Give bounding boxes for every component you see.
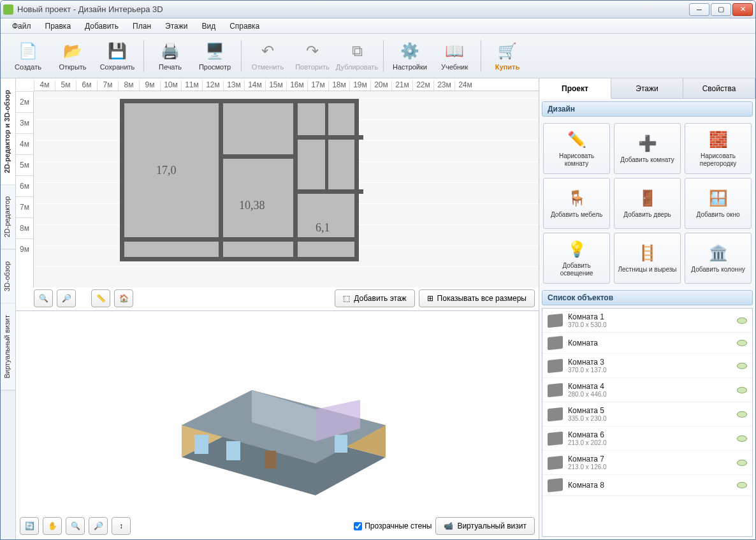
- zoom-out-icon: 🔍: [39, 294, 48, 303]
- column-icon: 🏛️: [708, 243, 729, 263]
- svg-rect-8: [265, 451, 276, 469]
- eye-icon[interactable]: [737, 317, 747, 324]
- floorplan[interactable]: 17,0 10,38 6,1: [120, 99, 359, 261]
- print-button[interactable]: 🖨️Печать: [148, 36, 193, 76]
- ruler-button[interactable]: 📏: [91, 289, 110, 307]
- settings-button[interactable]: ⚙️Настройки: [388, 36, 432, 76]
- add-room-button[interactable]: ➕Добавить комнату: [614, 123, 681, 174]
- cube-icon: [548, 478, 563, 493]
- plan-3d-viewport[interactable]: 🔄 ✋ 🔍 🔎 ↕ Прозрачные стены 📹Виртуальный …: [16, 311, 539, 539]
- zoom-out-3d-button[interactable]: 🔍: [66, 517, 85, 535]
- tab-props[interactable]: Свойства: [683, 78, 755, 98]
- add-furniture-button[interactable]: 🪑Добавить мебель: [543, 178, 610, 229]
- new-file-icon: 📄: [18, 41, 38, 61]
- plan-2d-viewport[interactable]: 4м5м6м7м8м9м10м11м12м13м14м15м16м17м18м1…: [16, 78, 539, 311]
- eye-icon[interactable]: [737, 460, 747, 466]
- object-name: Комната 3: [568, 358, 732, 367]
- tab-2d-3d[interactable]: 2D-редактор и 3D-обзор: [1, 78, 15, 185]
- draw-wall-button[interactable]: 🧱Нарисовать перегородку: [685, 123, 752, 174]
- zoom-in-icon: 🔎: [62, 294, 71, 303]
- add-window-button[interactable]: 🪟Добавить окно: [685, 178, 752, 229]
- redo-button[interactable]: ↷Повторить: [290, 36, 335, 76]
- home-button[interactable]: 🏠: [114, 289, 133, 307]
- eye-icon[interactable]: [737, 363, 747, 369]
- create-button[interactable]: 📄Создать: [6, 36, 50, 76]
- zoom-in-3d-button[interactable]: 🔎: [89, 517, 108, 535]
- preview-button[interactable]: 🖥️Просмотр: [193, 36, 237, 76]
- eye-icon[interactable]: [737, 411, 747, 418]
- tab-virtual[interactable]: Виртуальный визит: [1, 303, 15, 391]
- toolbar-2d: 🔍 🔎 📏 🏠 ⬚Добавить этаж ⊞Показывать все р…: [34, 289, 535, 308]
- minimize-button[interactable]: ─: [689, 3, 709, 16]
- bulb-icon: 💡: [567, 239, 587, 259]
- svg-rect-9: [335, 435, 347, 453]
- folder-open-icon: 📂: [62, 41, 83, 61]
- zoom-in-button[interactable]: 🔎: [57, 289, 76, 307]
- ruler-icon: 📏: [96, 294, 106, 303]
- add-door-button[interactable]: 🚪Добавить дверь: [614, 178, 681, 229]
- save-button[interactable]: 💾Сохранить: [95, 36, 140, 76]
- dims-icon: ⊞: [427, 294, 433, 303]
- gear-icon: ⚙️: [400, 41, 420, 61]
- axis-icon: ↕: [119, 522, 123, 530]
- hand-icon: ✋: [48, 522, 57, 530]
- list-item[interactable]: Комната 7213.0 x 126.0: [542, 451, 752, 475]
- list-item[interactable]: Комната 5335.0 x 230.0: [542, 402, 752, 427]
- menu-file[interactable]: Файл: [6, 20, 38, 33]
- canvas-2d[interactable]: 17,0 10,38 6,1: [34, 91, 539, 288]
- pencil-icon: ✏️: [567, 129, 587, 150]
- window-title: Новый проект - Дизайн Интерьера 3D: [17, 4, 689, 14]
- save-icon: 💾: [107, 41, 127, 61]
- zoom-out-button[interactable]: 🔍: [34, 289, 53, 307]
- eye-icon[interactable]: [737, 482, 747, 488]
- tab-2d[interactable]: 2D-редактор: [1, 185, 15, 249]
- list-item[interactable]: Комната 1370.0 x 530.0: [542, 309, 752, 333]
- duplicate-button[interactable]: ⧉Дублировать: [335, 36, 379, 76]
- buy-button[interactable]: 🛒Купить: [485, 36, 530, 76]
- maximize-button[interactable]: ▢: [711, 3, 731, 16]
- eye-icon[interactable]: [737, 435, 747, 442]
- draw-room-button[interactable]: ✏️Нарисовать комнату: [543, 123, 610, 174]
- orbit-button[interactable]: 🔄: [20, 517, 39, 535]
- virtual-visit-button[interactable]: 📹Виртуальный визит: [435, 517, 535, 535]
- list-item[interactable]: Комната 8: [542, 475, 752, 496]
- list-item[interactable]: Комната 4280.0 x 446.0: [542, 378, 752, 402]
- list-item[interactable]: Комната 6213.0 x 202.0: [542, 427, 752, 451]
- object-name: Комната 6: [568, 430, 732, 439]
- open-button[interactable]: 📂Открыть: [50, 36, 95, 76]
- show-dims-button[interactable]: ⊞Показывать все размеры: [419, 289, 535, 307]
- menu-floors[interactable]: Этажи: [159, 20, 194, 33]
- manual-button[interactable]: 📖Учебник: [432, 36, 477, 76]
- menu-edit[interactable]: Правка: [39, 20, 78, 33]
- redo-icon: ↷: [302, 41, 323, 61]
- add-light-button[interactable]: 💡Добавить освещение: [543, 233, 610, 284]
- axis-button[interactable]: ↕: [112, 517, 131, 535]
- transparent-walls-checkbox[interactable]: Прозрачные стены: [354, 522, 432, 530]
- add-floor-button[interactable]: ⬚Добавить этаж: [335, 289, 414, 307]
- eye-icon[interactable]: [737, 387, 747, 393]
- menu-add[interactable]: Добавить: [78, 20, 125, 33]
- menu-plan[interactable]: План: [126, 20, 157, 33]
- object-dim: 213.0 x 202.0: [568, 439, 732, 446]
- eye-icon[interactable]: [737, 340, 747, 346]
- design-section-header: Дизайн: [542, 101, 753, 117]
- add-column-button[interactable]: 🏛️Добавить колонну: [685, 233, 752, 284]
- tab-project[interactable]: Проект: [539, 78, 611, 99]
- object-name: Комната 8: [568, 481, 732, 490]
- stairs-button[interactable]: 🪜Лестницы и вырезы: [614, 233, 681, 284]
- tab-floors[interactable]: Этажи: [611, 78, 683, 98]
- menu-help[interactable]: Справка: [223, 20, 266, 33]
- object-list[interactable]: Комната 1370.0 x 530.0КомнатаКомната 337…: [542, 308, 753, 537]
- tab-3d[interactable]: 3D-обзор: [1, 250, 15, 303]
- cube-icon: [548, 455, 563, 470]
- close-button[interactable]: ✕: [732, 3, 753, 16]
- objects-section-header: Список объектов: [542, 290, 753, 305]
- right-panel: Проект Этажи Свойства Дизайн ✏️Нарисоват…: [539, 78, 755, 539]
- list-item[interactable]: Комната 3370.0 x 137.0: [542, 354, 752, 378]
- undo-button[interactable]: ↶Отменить: [245, 36, 290, 76]
- pan-button[interactable]: ✋: [43, 517, 62, 535]
- list-item[interactable]: Комната: [542, 333, 752, 354]
- object-name: Комната 7: [568, 455, 732, 463]
- monitor-icon: 🖥️: [205, 41, 225, 61]
- menu-view[interactable]: Вид: [195, 20, 222, 33]
